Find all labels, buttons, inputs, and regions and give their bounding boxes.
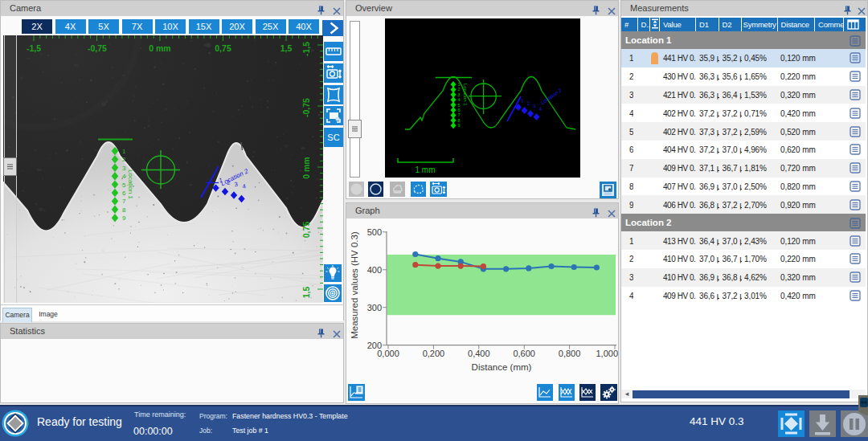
svg-text:2: 2 xyxy=(458,87,461,92)
svg-text:500: 500 xyxy=(367,227,382,237)
svg-text:9: 9 xyxy=(458,123,461,128)
svg-text:-1,5: -1,5 xyxy=(301,42,311,56)
svg-text:6: 6 xyxy=(458,108,461,112)
svg-text:1: 1 xyxy=(458,82,461,87)
svg-text:5: 5 xyxy=(458,103,461,108)
svg-text:Location 1: Location 1 xyxy=(463,84,468,106)
svg-text:0,600: 0,600 xyxy=(513,349,535,358)
svg-text:400: 400 xyxy=(367,265,382,275)
svg-text:Location 1: Location 1 xyxy=(127,169,134,199)
svg-text:0 mm: 0 mm xyxy=(149,43,170,53)
svg-text:9: 9 xyxy=(122,214,126,222)
svg-text:0,000: 0,000 xyxy=(377,349,399,358)
svg-text:3: 3 xyxy=(122,165,126,172)
svg-text:-1,5: -1,5 xyxy=(27,43,41,53)
svg-text:0,800: 0,800 xyxy=(559,349,581,358)
svg-text:7: 7 xyxy=(122,198,126,205)
svg-text:0,75: 0,75 xyxy=(215,43,231,53)
svg-text:1 mm: 1 mm xyxy=(416,165,436,174)
svg-text:7: 7 xyxy=(458,112,461,117)
svg-text:0,200: 0,200 xyxy=(423,349,445,358)
svg-text:0 mm: 0 mm xyxy=(301,157,311,178)
svg-text:8: 8 xyxy=(122,206,126,214)
svg-text:-0,75: -0,75 xyxy=(301,98,311,117)
svg-text:Measured values (HV 0.3): Measured values (HV 0.3) xyxy=(350,231,359,339)
svg-text:4: 4 xyxy=(458,97,461,102)
svg-text:6: 6 xyxy=(122,190,126,197)
svg-text:8: 8 xyxy=(458,118,461,123)
svg-text:1,000: 1,000 xyxy=(596,349,618,358)
svg-text:0,75: 0,75 xyxy=(301,222,311,239)
svg-text:Distance (mm): Distance (mm) xyxy=(472,362,532,372)
svg-text:-0,75: -0,75 xyxy=(88,43,107,53)
svg-text:1,5: 1,5 xyxy=(301,287,311,299)
svg-text:4: 4 xyxy=(122,173,126,180)
svg-text:1: 1 xyxy=(122,148,126,155)
svg-text:5: 5 xyxy=(122,182,126,189)
svg-text:0,400: 0,400 xyxy=(468,349,490,358)
svg-text:2: 2 xyxy=(122,156,126,163)
svg-text:1,5: 1,5 xyxy=(280,43,293,53)
svg-text:3: 3 xyxy=(458,92,461,97)
svg-text:300: 300 xyxy=(367,303,382,312)
